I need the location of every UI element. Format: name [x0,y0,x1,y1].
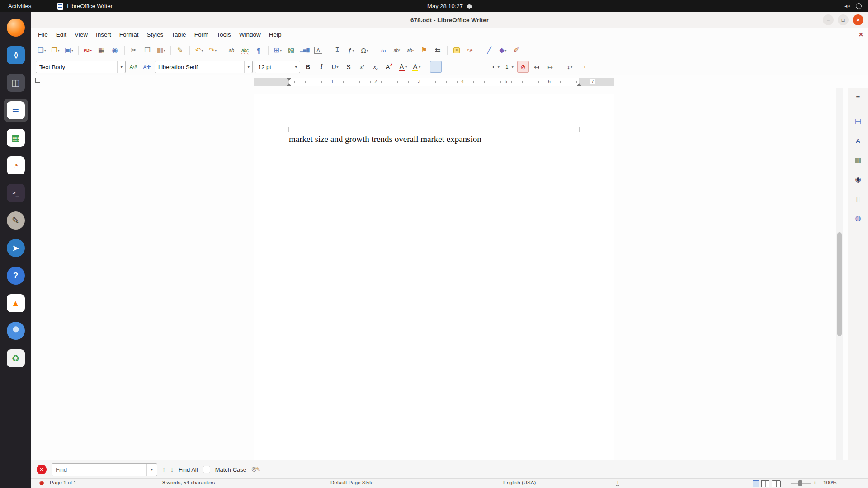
selection-mode-status[interactable]: I [616,480,619,485]
paragraph-style-combo[interactable]: Text Body ▾ [36,61,126,73]
activities-button[interactable]: Activities [0,3,31,9]
scrollbar-thumb[interactable] [837,232,842,336]
print-button[interactable]: ▦ [95,44,108,56]
hanging-indent-marker[interactable] [287,83,291,86]
unordered-list-button[interactable]: •≡ ▾ [490,61,502,73]
formatting-marks-button[interactable]: ¶ [253,44,265,56]
page-count-status[interactable]: Page 1 of 1 [50,480,76,485]
open-file-button[interactable]: ❒ ▾ [49,44,61,56]
Help[interactable]: Help [265,29,286,40]
vscode-app[interactable]: ⟨⟩ [4,43,28,67]
chevron-down-icon[interactable]: ▾ [405,65,407,69]
copy-button[interactable]: ❐ [142,44,154,56]
page-deck-button[interactable]: ▯ [851,192,865,206]
first-line-indent-marker[interactable] [287,78,291,81]
book-view-button[interactable] [772,480,781,487]
chevron-down-icon[interactable]: ▾ [292,61,300,73]
focused-app-indicator[interactable]: LibreOffice Writer [57,3,113,10]
libreoffice-calc-app[interactable]: ▦ [4,126,28,150]
close-window-button[interactable]: ✕ [853,14,863,25]
find-and-replace-button[interactable]: ◎ ✎ [251,465,263,474]
zoom-in-button[interactable]: + [813,480,816,485]
clear-formatting-button[interactable]: A ✗ [383,61,395,73]
increase-indent-button[interactable]: ↦ [544,61,556,73]
Styles[interactable]: Styles [143,29,168,40]
libreoffice-impress-app[interactable]: ◔ [4,154,28,177]
show-draw-functions-button[interactable]: ✐ [510,44,523,56]
clone-formatting-button[interactable]: ✎ [174,44,186,56]
match-case-checkbox[interactable] [203,466,210,473]
File[interactable]: File [34,29,52,40]
underline-button[interactable]: U ▾ [329,61,341,73]
font-size-combo[interactable]: 12 pt ▾ [255,61,300,73]
terminal-app[interactable]: >_ [4,181,28,205]
Tools[interactable]: Tools [212,29,235,40]
properties-deck-button[interactable]: ▤ [851,114,865,128]
find-replace-button[interactable]: ab [226,44,238,56]
insert-hyperlink-button[interactable]: ∞ [377,44,390,56]
Edit[interactable]: Edit [52,29,71,40]
close-document-button[interactable]: ✕ [859,31,863,38]
Format[interactable]: Format [115,29,143,40]
gallery-deck-button[interactable]: ▦ [851,153,865,167]
find-all-button[interactable]: Find All [179,466,198,473]
styles-deck-button[interactable]: A [851,134,865,147]
line-spacing-button[interactable]: ↕ ▾ [564,61,576,73]
zoom-slider-thumb[interactable] [798,480,802,486]
insert-image-button[interactable]: ▧ [285,44,297,56]
single-page-view-button[interactable] [753,480,759,487]
insert-field-button[interactable]: ƒ ▾ [345,44,357,56]
chevron-down-icon[interactable]: ▾ [337,65,339,69]
vertical-scrollbar[interactable] [836,88,843,460]
new-style-button[interactable]: A✚ [141,61,153,73]
help-app[interactable]: ? [4,264,28,287]
tab-stop-type-button[interactable] [35,78,40,83]
find-previous-button[interactable]: ↑ [162,466,165,473]
export-pdf-button[interactable]: PDF [82,44,94,56]
chromium-app[interactable] [4,319,28,343]
libreoffice-writer-app[interactable]: ≣ [4,99,28,122]
window-title-bar[interactable]: 678.odt - LibreOffice Writer – □ ✕ [31,12,868,28]
minimize-button[interactable]: – [823,14,834,25]
files-app[interactable]: ◫ [4,71,28,94]
View[interactable]: View [71,29,92,40]
sidebar-settings-button[interactable]: ≡ [851,90,865,104]
decrease-indent-button[interactable]: ↤ [531,61,542,73]
document-page[interactable]: market size and growth trends overall ma… [254,94,614,460]
bold-button[interactable]: B [302,61,314,73]
Insert[interactable]: Insert [92,29,115,40]
chevron-down-icon[interactable]: ▾ [146,464,157,476]
chevron-down-icon[interactable]: ▾ [512,65,514,69]
align-justify-button[interactable]: ≡ [471,61,482,73]
zoom-out-button[interactable]: − [784,480,788,485]
no-list-button[interactable]: ⊘ [517,61,529,73]
superscript-button[interactable]: x² [356,61,368,73]
page-style-status[interactable]: Default Page Style [330,480,373,485]
align-center-button[interactable]: ≡ [443,61,455,73]
redo-button[interactable]: ↷ ▾ [207,44,219,56]
highlight-color-button[interactable]: A ▾ [410,61,422,73]
subscript-button[interactable]: x₂ [370,61,382,73]
thunderbird-app[interactable]: ➤ [4,236,28,260]
firefox-app[interactable] [4,16,28,39]
new-document-button[interactable]: ❏ ▾ [36,44,48,56]
navigator-deck-button[interactable]: ◉ [851,173,865,186]
language-status[interactable]: English (USA) [503,480,536,485]
decrease-paragraph-spacing-button[interactable]: ≡− [591,61,603,73]
spelling-button[interactable]: abc [239,44,251,56]
Table[interactable]: Table [167,29,190,40]
insert-footnote-button[interactable]: ab¹ [391,44,403,56]
style-inspector-deck-button[interactable]: ◍ [851,211,865,225]
insert-chart-button[interactable]: ▂▅▇ [299,44,311,56]
Window[interactable]: Window [235,29,265,40]
horizontal-ruler[interactable]: 1234567 [254,78,614,86]
insert-text-box-button[interactable]: A [312,44,325,56]
clock-menu[interactable]: May 28 10:27 [427,3,472,9]
insert-cross-reference-button[interactable]: ⇆ [432,44,444,56]
cut-button[interactable]: ✂ [128,44,140,56]
insert-table-button[interactable]: ⊞ ▾ [272,44,284,56]
increase-paragraph-spacing-button[interactable]: ≡+ [577,61,589,73]
multi-page-view-button[interactable] [761,480,769,487]
show-applications-button[interactable] [4,460,28,483]
gimp-app[interactable]: ✎ [4,209,28,232]
